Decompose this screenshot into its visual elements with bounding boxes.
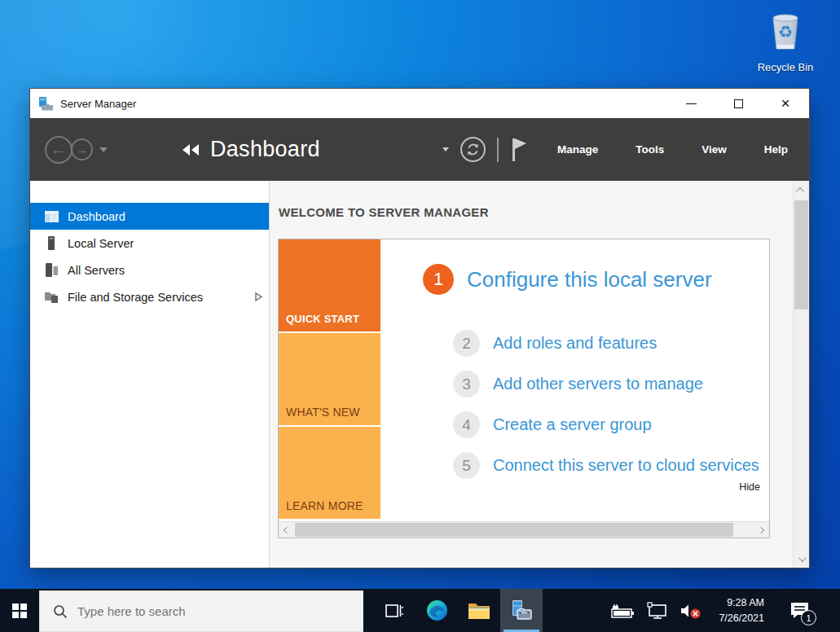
step-link[interactable]: Add other servers to manage [493, 375, 703, 393]
action-center-button[interactable]: 1 [781, 589, 818, 632]
menu-manage[interactable]: Manage [557, 143, 598, 156]
sidebar-item-label: File and Storage Services [68, 291, 203, 304]
minimize-icon [686, 103, 697, 104]
volume-muted-icon[interactable] [679, 602, 702, 620]
sidebar: Dashboard Local Server All Servers File … [30, 181, 270, 568]
close-icon: × [781, 94, 789, 112]
window-title: Server Manager [60, 98, 136, 110]
step-link[interactable]: Connect this server to cloud services [493, 456, 759, 475]
svg-text:♻: ♻ [778, 22, 793, 42]
taskbar-search[interactable] [39, 590, 363, 632]
notifications-flag-icon[interactable] [510, 137, 528, 163]
taskbar-file-explorer[interactable] [458, 589, 500, 632]
taskbar-edge[interactable] [416, 589, 458, 632]
learn-more-tile[interactable]: LEARN MORE [279, 427, 380, 519]
sidebar-item-label: Dashboard [68, 210, 125, 223]
toolbar-separator [497, 138, 499, 162]
maximize-icon [734, 99, 743, 108]
server-manager-app-icon [38, 97, 54, 111]
page-dropdown-icon[interactable] [442, 147, 449, 151]
taskbar-clock[interactable]: 9:28 AM 7/26/2021 [714, 595, 769, 625]
step-link[interactable]: Configure this local server [467, 267, 712, 292]
clock-time: 9:28 AM [719, 595, 764, 610]
menu-view[interactable]: View [701, 143, 727, 156]
main-content: WELCOME TO SERVER MANAGER QUICK START WH… [270, 181, 793, 568]
sidebar-item-local-server[interactable]: Local Server [30, 230, 269, 257]
clock-date: 7/26/2021 [719, 611, 764, 625]
back-button[interactable]: ← [45, 136, 73, 164]
back-arrow-icon: ← [51, 140, 67, 159]
scroll-right-arrow[interactable] [753, 522, 769, 538]
step-number-badge: 5 [453, 452, 480, 479]
recycle-bin-label: Recycle Bin [748, 61, 823, 73]
tile-label: WHAT'S NEW [286, 406, 360, 419]
sidebar-item-file-storage-services[interactable]: File and Storage Services [30, 283, 269, 310]
step-number-badge: 3 [453, 371, 480, 397]
step-number-badge: 1 [423, 264, 454, 295]
windows-logo-icon [12, 603, 27, 618]
close-button[interactable]: × [762, 89, 809, 118]
start-button[interactable] [0, 589, 39, 632]
file-storage-services-icon [43, 291, 59, 303]
scroll-up-arrow[interactable] [794, 182, 809, 197]
recycle-bin[interactable]: ♻ Recycle Bin [748, 8, 823, 73]
step-add-other-servers[interactable]: 3 Add other servers to manage [453, 371, 703, 397]
dashboard-grid-icon [43, 211, 59, 222]
refresh-button[interactable] [460, 137, 486, 162]
server-manager-icon [509, 599, 534, 622]
hide-link[interactable]: Hide [739, 481, 760, 493]
step-connect-cloud-services[interactable]: 5 Connect this server to cloud services [453, 452, 759, 479]
sidebar-item-dashboard[interactable]: Dashboard [30, 203, 269, 230]
refresh-icon [466, 143, 480, 156]
tile-label: QUICK START [286, 313, 359, 325]
step-link[interactable]: Add roles and features [493, 334, 657, 353]
search-input[interactable] [77, 604, 306, 618]
sidebar-item-all-servers[interactable]: All Servers [30, 257, 269, 283]
sidebar-item-label: All Servers [68, 264, 125, 277]
window-titlebar[interactable]: Server Manager × [30, 89, 809, 118]
menu-help[interactable]: Help [764, 143, 788, 156]
expand-arrow-icon[interactable] [255, 292, 262, 301]
menu-tools[interactable]: Tools [635, 143, 664, 156]
edge-browser-icon [426, 599, 448, 621]
recycle-bin-icon: ♻ [762, 8, 809, 55]
quick-start-tile[interactable]: QUICK START [279, 239, 380, 331]
local-server-icon [43, 236, 59, 250]
step-add-roles-features[interactable]: 2 Add roles and features [453, 330, 657, 357]
navigation-bar: ← → Dashboard Manage [30, 118, 809, 181]
sidebar-item-label: Local Server [68, 237, 134, 250]
minimize-button[interactable] [667, 89, 715, 118]
task-view-button[interactable] [373, 589, 416, 632]
vertical-scroll-thumb[interactable] [794, 200, 808, 309]
maximize-button[interactable] [715, 89, 762, 118]
taskbar: 9:28 AM 7/26/2021 1 [0, 589, 840, 632]
step-create-server-group[interactable]: 4 Create a server group [453, 411, 652, 438]
step-number-badge: 2 [453, 330, 480, 357]
forward-button[interactable]: → [71, 138, 93, 160]
notification-count-badge: 1 [801, 610, 816, 625]
network-icon[interactable] [647, 602, 668, 620]
file-explorer-icon [468, 601, 490, 621]
scroll-down-arrow[interactable] [794, 551, 809, 566]
task-view-icon [385, 603, 403, 619]
step-link[interactable]: Create a server group [493, 415, 652, 434]
scroll-left-arrow[interactable] [279, 522, 295, 538]
forward-arrow-icon: → [76, 143, 89, 157]
collapse-chevrons-icon [183, 144, 199, 156]
history-dropdown-icon[interactable] [99, 147, 108, 152]
welcome-heading: WELCOME TO SERVER MANAGER [279, 205, 489, 219]
horizontal-scroll-thumb[interactable] [295, 523, 733, 537]
horizontal-scrollbar[interactable] [279, 521, 769, 538]
step-number-badge: 4 [453, 411, 480, 438]
breadcrumb: Dashboard [210, 137, 320, 162]
taskbar-server-manager[interactable] [500, 589, 543, 632]
search-icon [53, 604, 68, 619]
vertical-scrollbar[interactable] [793, 181, 809, 568]
server-manager-window: Server Manager × ← → Dashboard [29, 88, 810, 568]
whats-new-tile[interactable]: WHAT'S NEW [279, 333, 380, 425]
tile-label: LEARN MORE [286, 499, 363, 512]
step-configure-local-server[interactable]: 1 Configure this local server [423, 264, 712, 295]
all-servers-icon [43, 263, 59, 277]
battery-charging-icon[interactable] [611, 603, 635, 619]
welcome-tile-panel: QUICK START WHAT'S NEW LEARN MORE 1 Conf… [278, 239, 770, 538]
